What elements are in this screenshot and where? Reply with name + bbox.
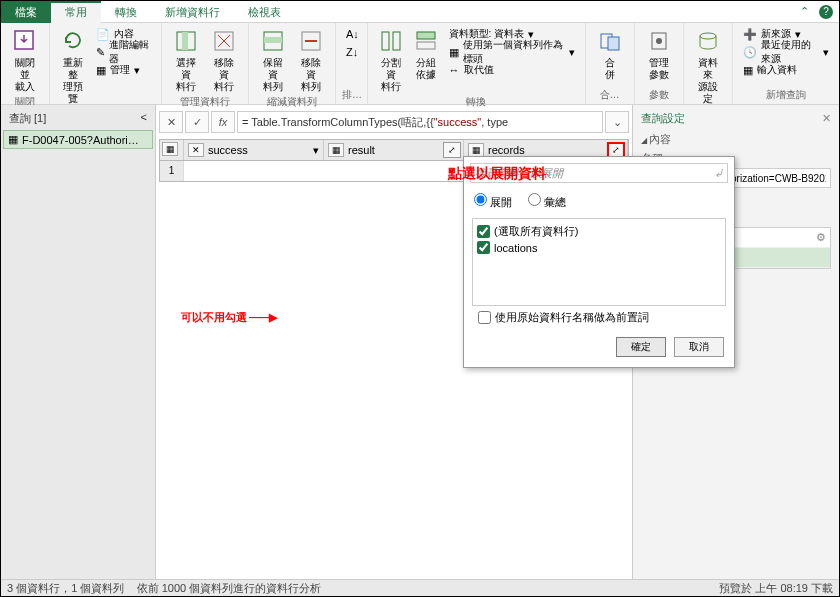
row-header[interactable]: ▦ [160, 140, 184, 160]
queries-pane: 查詢 [1] < ▦ F-D0047-005?Authori… [1, 105, 156, 579]
col-label: result [348, 144, 375, 156]
cancel-button[interactable]: 取消 [674, 337, 724, 357]
svg-rect-7 [382, 32, 389, 50]
properties-icon: 📄 [96, 28, 110, 41]
params-button[interactable]: 管理 參數 [641, 25, 677, 83]
refresh-button[interactable]: 重新整 理預覽 [56, 25, 90, 107]
svg-rect-5 [264, 37, 282, 43]
tab-addcol[interactable]: 新增資料行 [151, 1, 234, 23]
svg-rect-9 [417, 32, 435, 39]
sort-asc-button[interactable]: A↓ [342, 25, 363, 43]
bool-type-icon: ✕ [188, 143, 204, 157]
query-item[interactable]: ▦ F-D0047-005?Authori… [3, 130, 153, 149]
group-params-label: 參數 [641, 88, 677, 104]
fx-confirm-button[interactable]: ✓ [185, 111, 209, 133]
expand-result-button[interactable]: ⤢ [443, 142, 461, 158]
table-icon: ▦ [8, 133, 18, 146]
group-combine-label: 合… [592, 88, 628, 104]
row-number[interactable]: 1 [160, 161, 184, 181]
table-type-icon: ▦ [468, 143, 484, 157]
formula-bar: ✕ ✓ fx = Table.TransformColumnTypes(唔記,{… [159, 109, 629, 135]
first-row-header-button[interactable]: ▦使用第一個資料列作為標頭 ▾ [445, 43, 579, 61]
queries-header: 查詢 [1] < [3, 109, 153, 128]
ok-button[interactable]: 確定 [616, 337, 666, 357]
sort-desc-icon: Z↓ [346, 46, 358, 58]
expand-popup: 搜尋資料行以展開 ↲ 展開 彙總 (選取所有資料行) locations 使用原… [463, 156, 735, 368]
col-label: records [488, 144, 525, 156]
table-icon: ▦ [162, 142, 178, 156]
svg-point-14 [656, 38, 662, 44]
svg-point-15 [700, 33, 716, 39]
newsource-icon: ➕ [743, 28, 757, 41]
recent-icon: 🕓 [743, 46, 757, 59]
tab-bar: 檔案 常用 轉換 新增資料行 檢視表 ⌃ ? [1, 1, 839, 23]
datasource-button[interactable]: 資料來 源設定 [690, 25, 726, 107]
col-success[interactable]: ✕ success ▾ [184, 140, 324, 160]
close-load-button[interactable]: 關閉並 載入 [7, 25, 43, 95]
tab-home[interactable]: 常用 [51, 1, 101, 23]
recentsource-button[interactable]: 🕓最近使用的來源 ▾ [739, 43, 833, 61]
group-newq-label: 新增查詢 [739, 88, 833, 104]
header-icon: ▦ [449, 46, 459, 59]
col-label: success [208, 144, 248, 156]
editor-center: ✕ ✓ fx = Table.TransformColumnTypes(唔記,{… [156, 105, 632, 579]
remove-cols-button[interactable]: 移除資 料行 [206, 25, 242, 95]
fx-dropdown-button[interactable]: ⌄ [605, 111, 629, 133]
input-icon: ▦ [743, 64, 753, 77]
expand-ribbon-icon[interactable]: ⌃ [800, 5, 809, 18]
search-go-icon[interactable]: ↲ [714, 167, 723, 180]
manage-button[interactable]: ▦管理 ▾ [92, 61, 155, 79]
collapse-pane-icon[interactable]: < [141, 111, 147, 126]
close-pane-icon[interactable]: ✕ [822, 112, 831, 125]
editor-icon: ✎ [96, 46, 105, 59]
replace-values-button[interactable]: ↔取代值 [445, 61, 579, 79]
col-result[interactable]: ▦ result ⤢ [324, 140, 464, 160]
adv-editor-button[interactable]: ✎進階編輯器 [92, 43, 155, 61]
prefix-label: 使用原始資料行名稱做為前置詞 [495, 310, 649, 325]
aggregate-radio[interactable]: 彙總 [528, 193, 566, 210]
status-bar: 3 個資料行，1 個資料列 依前 1000 個資料列進行的資料行分析 預覽於 上… [1, 579, 839, 596]
window-controls: ⌃ ? [800, 5, 839, 19]
expand-radio[interactable]: 展開 [474, 193, 512, 210]
remove-rows-button[interactable]: 移除資 料列 [293, 25, 329, 95]
annotation-2: 可以不用勾選 ——▶ [181, 308, 276, 325]
content-section[interactable]: 內容 [641, 132, 831, 147]
select-all-check[interactable]: (選取所有資料行) [477, 223, 721, 240]
tab-transform[interactable]: 轉換 [101, 1, 151, 23]
fx-button[interactable]: fx [211, 111, 235, 133]
tab-view[interactable]: 檢視表 [234, 1, 295, 23]
tab-file[interactable]: 檔案 [1, 1, 51, 23]
manage-icon: ▦ [96, 64, 106, 77]
svg-rect-10 [417, 42, 435, 49]
query-item-label: F-D0047-005?Authori… [22, 134, 139, 146]
status-profile: 依前 1000 個資料列進行的資料行分析 [137, 582, 322, 594]
merge-button[interactable]: 合 併 [592, 25, 628, 83]
svg-rect-2 [182, 32, 188, 50]
prefix-check[interactable] [478, 311, 491, 324]
group-sort-label: 排… [342, 88, 361, 104]
inputdata-button[interactable]: ▦輸入資料 [739, 61, 833, 79]
svg-rect-8 [393, 32, 400, 50]
filter-icon[interactable]: ▾ [313, 144, 319, 157]
sort-desc-button[interactable]: Z↓ [342, 43, 363, 61]
split-col-button[interactable]: 分割資 料行 [374, 25, 408, 95]
replace-icon: ↔ [449, 64, 460, 76]
ribbon: 關閉並 載入 關閉 重新整 理預覽 📄內容 ✎進階編輯器 ▦管理 ▾ 查詢 選擇… [1, 23, 839, 105]
keep-rows-button[interactable]: 保留資 料列 [255, 25, 291, 95]
gear-icon[interactable]: ⚙ [816, 231, 826, 244]
help-icon[interactable]: ? [819, 5, 833, 19]
status-cols: 3 個資料行，1 個資料列 [7, 582, 124, 594]
choose-cols-button[interactable]: 選擇資 料行 [168, 25, 204, 95]
settings-title: 查詢設定 [641, 111, 685, 126]
col-check-locations[interactable]: locations [477, 240, 721, 255]
status-preview-time: 預覽於 上午 08:19 下載 [719, 581, 833, 596]
column-list: (選取所有資料行) locations [472, 218, 726, 306]
record-type-icon: ▦ [328, 143, 344, 157]
fx-cancel-button[interactable]: ✕ [159, 111, 183, 133]
svg-rect-12 [608, 37, 619, 50]
sort-asc-icon: A↓ [346, 28, 359, 40]
formula-input[interactable]: = Table.TransformColumnTypes(唔記,{{"succe… [237, 111, 603, 133]
group-by-button[interactable]: 分組 依據 [410, 25, 443, 83]
search-input[interactable]: 搜尋資料行以展開 ↲ [470, 163, 728, 183]
